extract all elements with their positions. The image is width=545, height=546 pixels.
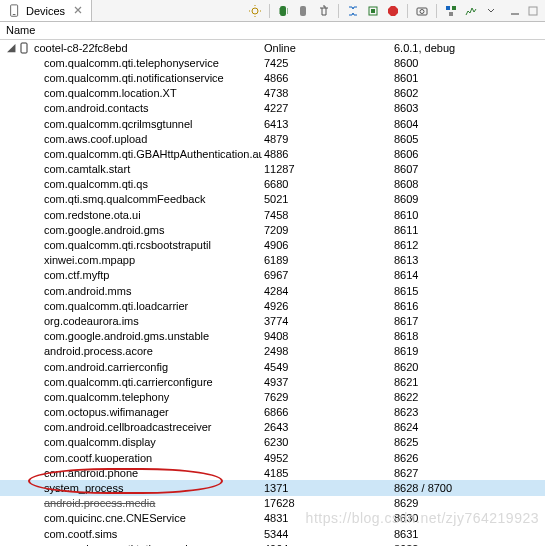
device-tree[interactable]: ◢cootel-c8-22fc8ebdOnline6.0.1, debugcom… xyxy=(0,40,545,546)
process-name: com.camtalk.start xyxy=(44,163,130,175)
process-row[interactable]: android.process.media176288629 xyxy=(0,496,545,511)
process-name: com.aws.coof.upload xyxy=(44,133,147,145)
phone-icon xyxy=(18,41,34,54)
dropdown-arrow-icon[interactable] xyxy=(483,3,499,19)
process-port: 8620 xyxy=(392,361,545,373)
process-row[interactable]: com.qualcomm.qti.carrierconfigure4937862… xyxy=(0,374,545,389)
device-row[interactable]: ◢cootel-c8-22fc8ebdOnline6.0.1, debug xyxy=(0,40,545,55)
devices-icon xyxy=(8,4,22,18)
process-pid: 4926 xyxy=(262,300,392,312)
process-row[interactable]: com.qualcomm.telephony76298622 xyxy=(0,389,545,404)
process-row[interactable]: com.android.mms42848615 xyxy=(0,283,545,298)
process-row[interactable]: com.camtalk.start112878607 xyxy=(0,162,545,177)
process-row[interactable]: com.qti.smq.qualcommFeedback50218609 xyxy=(0,192,545,207)
process-port: 8627 xyxy=(392,467,545,479)
process-row[interactable]: com.android.contacts42278603 xyxy=(0,101,545,116)
process-name: android.process.acore xyxy=(44,345,153,357)
process-pid: 2643 xyxy=(262,421,392,433)
debug-stop-icon[interactable] xyxy=(296,3,312,19)
process-port: 8613 xyxy=(392,254,545,266)
process-pid: 17628 xyxy=(262,497,392,509)
process-name: com.google.android.gms.unstable xyxy=(44,330,209,342)
process-name: com.ctf.myftp xyxy=(44,269,109,281)
column-header-name[interactable]: Name xyxy=(0,22,262,39)
process-port: 8618 xyxy=(392,330,545,342)
process-row[interactable]: com.qualcomm.qti.telephonyservice7425860… xyxy=(0,55,545,70)
process-port: 8601 xyxy=(392,72,545,84)
process-pid: 6230 xyxy=(262,436,392,448)
process-pid: 4738 xyxy=(262,87,392,99)
screenshot-icon[interactable] xyxy=(247,3,263,19)
svg-rect-1 xyxy=(13,14,16,15)
process-row[interactable]: com.qualcomm.qti.qs66808608 xyxy=(0,177,545,192)
heap-icon[interactable] xyxy=(365,3,381,19)
process-row[interactable]: com.ctf.myftp69678614 xyxy=(0,268,545,283)
process-row[interactable]: com.qualcomm.location.XT47388602 xyxy=(0,86,545,101)
thread-icon[interactable] xyxy=(345,3,361,19)
process-row[interactable]: com.aws.coof.upload48798605 xyxy=(0,131,545,146)
process-port: 8624 xyxy=(392,421,545,433)
close-icon[interactable] xyxy=(73,5,83,17)
process-name: android.process.media xyxy=(44,497,155,509)
process-row[interactable]: xinwei.com.mpapp61898613 xyxy=(0,253,545,268)
trash-icon[interactable] xyxy=(316,3,332,19)
process-name: com.android.mms xyxy=(44,285,131,297)
stop-icon[interactable] xyxy=(385,3,401,19)
process-row[interactable]: com.android.phone41858627 xyxy=(0,465,545,480)
process-row[interactable]: com.redstone.ota.ui74588610 xyxy=(0,207,545,222)
process-name: com.quicinc.cne.CNEService xyxy=(44,512,186,524)
process-name: com.qualcomm.qti.loadcarrier xyxy=(44,300,188,312)
process-row[interactable]: org.codeaurora.ims37748617 xyxy=(0,313,545,328)
process-port: 8606 xyxy=(392,148,545,160)
process-row[interactable]: com.octopus.wifimanager68668623 xyxy=(0,405,545,420)
process-port: 8629 xyxy=(392,497,545,509)
expand-icon[interactable]: ◢ xyxy=(6,41,16,54)
process-row[interactable]: com.qualcomm.display62308625 xyxy=(0,435,545,450)
process-name: com.android.contacts xyxy=(44,102,149,114)
process-pid: 4831 xyxy=(262,512,392,524)
svg-rect-13 xyxy=(529,7,537,15)
device-name: cootel-c8-22fc8ebd xyxy=(34,42,128,54)
process-port: 8603 xyxy=(392,102,545,114)
process-name: com.qualcomm.qti.telephonyservice xyxy=(44,57,219,69)
process-name: xinwei.com.mpapp xyxy=(44,254,135,266)
process-row[interactable]: com.qualcomm.qti.notificationservice4866… xyxy=(0,70,545,85)
process-row[interactable]: com.android.cellbroadcastreceiver2643862… xyxy=(0,420,545,435)
process-pid: 11287 xyxy=(262,163,392,175)
hierarchy-icon[interactable] xyxy=(443,3,459,19)
process-row[interactable]: com.google.android.gms.unstable94088618 xyxy=(0,329,545,344)
column-header-port[interactable] xyxy=(392,22,545,39)
process-name: com.android.carrierconfig xyxy=(44,361,168,373)
process-row[interactable]: system_process13718628 / 8700 xyxy=(0,480,545,495)
process-row[interactable]: com.qualcomm.qti.GBAHttpAuthentication.a… xyxy=(0,146,545,161)
process-row[interactable]: com.qualcomm.qti.tetherservice49648632 xyxy=(0,541,545,546)
column-header-pid[interactable] xyxy=(262,22,392,39)
debug-start-icon[interactable] xyxy=(276,3,292,19)
process-name: com.qualcomm.qti.qs xyxy=(44,178,148,190)
process-row[interactable]: com.cootf.kuoperation49528626 xyxy=(0,450,545,465)
minimize-icon[interactable] xyxy=(507,3,523,19)
tab-devices[interactable]: Devices xyxy=(0,0,92,21)
process-pid: 2498 xyxy=(262,345,392,357)
process-row[interactable]: com.quicinc.cne.CNEService48318630 xyxy=(0,511,545,526)
process-pid: 6189 xyxy=(262,254,392,266)
process-name: com.redstone.ota.ui xyxy=(44,209,141,221)
process-port: 8619 xyxy=(392,345,545,357)
maximize-icon[interactable] xyxy=(525,3,541,19)
process-row[interactable]: android.process.acore24988619 xyxy=(0,344,545,359)
process-row[interactable]: com.qualcomm.qti.loadcarrier49268616 xyxy=(0,298,545,313)
process-row[interactable]: com.qualcomm.qcrilmsgtunnel64138604 xyxy=(0,116,545,131)
process-row[interactable]: com.google.android.gms72098611 xyxy=(0,222,545,237)
process-row[interactable]: com.qualcomm.qti.rcsbootstraputil4906861… xyxy=(0,237,545,252)
tab-label: Devices xyxy=(26,5,65,17)
process-row[interactable]: com.cootf.sims53448631 xyxy=(0,526,545,541)
process-pid: 4906 xyxy=(262,239,392,251)
process-pid: 7629 xyxy=(262,391,392,403)
process-name: com.qualcomm.telephony xyxy=(44,391,169,403)
process-pid: 4952 xyxy=(262,452,392,464)
systrace-icon[interactable] xyxy=(463,3,479,19)
svg-rect-11 xyxy=(449,12,453,16)
process-row[interactable]: com.android.carrierconfig45498620 xyxy=(0,359,545,374)
process-port: 8610 xyxy=(392,209,545,221)
camera-icon[interactable] xyxy=(414,3,430,19)
